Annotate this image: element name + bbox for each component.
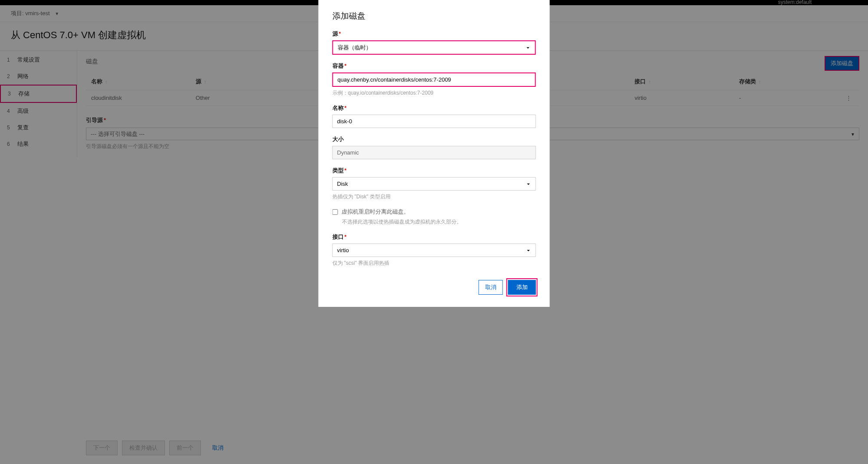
field-size: 大小 (332, 136, 536, 159)
field-label-size: 大小 (332, 136, 536, 143)
detach-checkbox-row: 虚拟机重启时分离此磁盘。 (332, 208, 536, 216)
field-detach: 虚拟机重启时分离此磁盘。 不选择此选项以使热插磁盘成为虚拟机的永久部分。 (332, 208, 536, 226)
modal-cancel-button[interactable]: 取消 (479, 280, 503, 295)
source-select[interactable]: 容器（临时） (332, 40, 536, 55)
interface-select[interactable]: virtio (332, 244, 536, 257)
container-help: 示例：quay.io/containerdisks/centos:7-2009 (332, 89, 536, 97)
modal-footer: 取消 添加 (332, 280, 536, 295)
required-star: * (345, 234, 347, 240)
type-help: 热插仅为 "Disk" 类型启用 (332, 193, 536, 201)
field-name: 名称* (332, 105, 536, 128)
detach-label: 虚拟机重启时分离此磁盘。 (342, 208, 409, 216)
detach-checkbox[interactable] (332, 209, 338, 215)
field-label-type: 类型* (332, 167, 536, 174)
field-type: 类型* Disk 热插仅为 "Disk" 类型启用 (332, 167, 536, 201)
field-label-container: 容器* (332, 63, 536, 70)
detach-help: 不选择此选项以使热插磁盘成为虚拟机的永久部分。 (342, 218, 536, 226)
required-star: * (345, 105, 347, 111)
type-select[interactable]: Disk (332, 177, 536, 191)
add-disk-modal: 添加磁盘 源* 容器（临时） 容器* 示例：quay.io/containerd… (319, 0, 550, 307)
interface-help: 仅为 "scsi" 界面启用热插 (332, 260, 536, 267)
name-input[interactable] (332, 115, 536, 128)
modal-add-button[interactable]: 添加 (508, 280, 536, 295)
required-star: * (339, 31, 341, 37)
field-label-name: 名称* (332, 105, 536, 112)
field-label-interface: 接口* (332, 234, 536, 241)
size-input (332, 146, 536, 159)
field-label-source: 源* (332, 30, 536, 38)
required-star: * (345, 168, 347, 174)
field-source: 源* 容器（临时） (332, 30, 536, 55)
required-star: * (345, 63, 347, 69)
field-container: 容器* 示例：quay.io/containerdisks/centos:7-2… (332, 63, 536, 97)
modal-title: 添加磁盘 (332, 10, 536, 22)
field-interface: 接口* virtio 仅为 "scsi" 界面启用热插 (332, 234, 536, 267)
container-input[interactable] (332, 72, 536, 87)
